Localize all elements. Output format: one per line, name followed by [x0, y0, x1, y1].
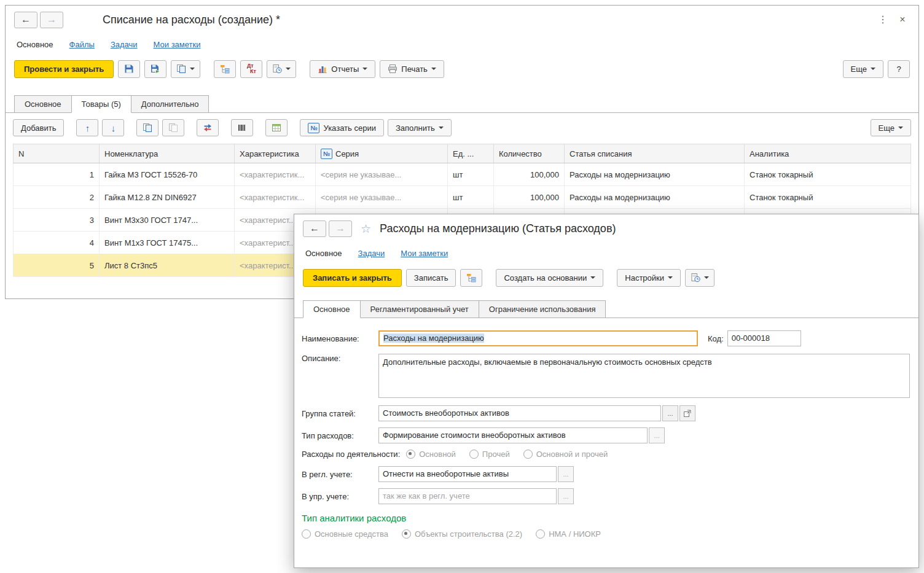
cell-nomenclature[interactable]: Винт М1х3 ГОСТ 17475...	[100, 232, 235, 254]
cell-series[interactable]: <серия не указывае...	[316, 186, 448, 209]
copy-create-button[interactable]	[171, 60, 200, 78]
cell-nomenclature[interactable]: Винт М3х30 ГОСТ 1747...	[100, 209, 235, 232]
reg-accounting-select-button[interactable]: ...	[558, 466, 574, 482]
print-button[interactable]: Печать	[380, 60, 444, 78]
nav-tasks[interactable]: Задачи	[111, 40, 138, 49]
tab-usage-restriction[interactable]: Ограничение использования	[479, 300, 606, 318]
cell-unit[interactable]: шт	[448, 163, 494, 186]
nav-notes[interactable]: Мои заметки	[401, 249, 448, 258]
cell-n[interactable]: 1	[14, 163, 100, 186]
cell-nomenclature[interactable]: Гайка М3 ГОСТ 15526-70	[100, 163, 235, 186]
barcode-button[interactable]	[231, 119, 253, 136]
cell-n[interactable]: 3	[14, 209, 100, 232]
set-series-button[interactable]: №Указать серии	[300, 119, 383, 136]
radio-activity-both[interactable]: Основной и прочей	[523, 450, 608, 459]
favorite-star-icon[interactable]: ☆	[361, 222, 371, 236]
mgmt-accounting-select-button[interactable]: ...	[558, 488, 574, 504]
save-button[interactable]	[118, 60, 140, 78]
copy-row-button[interactable]	[136, 119, 159, 136]
nav-tasks[interactable]: Задачи	[358, 249, 385, 258]
post-button[interactable]	[144, 60, 166, 78]
cell-nomenclature[interactable]: Гайка М12.8 ZN DIN6927	[100, 186, 235, 209]
nav-notes[interactable]: Мои заметки	[154, 40, 201, 49]
settings-button[interactable]: Настройки	[617, 269, 681, 287]
window-menu-button[interactable]: ⋮	[875, 12, 890, 27]
activity-label: Расходы по деятельности:	[302, 450, 400, 459]
move-up-button[interactable]: ↑	[76, 119, 98, 136]
change-history-button[interactable]	[267, 60, 296, 78]
save-and-close-button[interactable]: Записать и закрыть	[303, 269, 402, 287]
post-and-close-button[interactable]: Провести и закрыть	[14, 60, 114, 78]
cell-analytics[interactable]: Станок токарный	[745, 186, 911, 209]
fill-table-button[interactable]	[265, 119, 288, 136]
add-row-button[interactable]: Добавить	[13, 119, 64, 136]
tab-regulated-accounting[interactable]: Регламентированный учет	[360, 300, 479, 318]
cell-characteristic[interactable]: <характеристик...	[235, 163, 316, 186]
radio-fixed-assets[interactable]: Основные средства	[302, 529, 388, 539]
create-based-on-button[interactable]: Создать на основании	[496, 269, 603, 287]
cell-nomenclature[interactable]: Лист 8 Ст3пс5	[100, 254, 235, 277]
save-button[interactable]: Записать	[406, 269, 456, 287]
radio-construction-objects[interactable]: Объекты строительства (2.2)	[402, 529, 522, 539]
cell-expense-item[interactable]: Расходы на модернизацию	[565, 163, 745, 186]
cell-analytics[interactable]: Станок токарный	[745, 163, 911, 186]
radio-activity-main[interactable]: Основной	[406, 450, 456, 459]
nav-files[interactable]: Файлы	[69, 40, 95, 49]
tab-main[interactable]: Основное	[303, 300, 361, 318]
mgmt-accounting-input[interactable]: так же как в регл. учете	[378, 488, 557, 504]
radio-nma-niokr[interactable]: НМА / НИОКР	[536, 529, 601, 539]
expense-type-input[interactable]: Формирование стоимости внеоборотных акти…	[378, 427, 648, 443]
table-row[interactable]: 2 Гайка М12.8 ZN DIN6927 <характеристик.…	[14, 186, 911, 209]
debit-credit-button[interactable]: ДтКт	[240, 60, 262, 78]
tab-extra[interactable]: Дополнительно	[131, 95, 209, 113]
cell-n[interactable]: 4	[14, 232, 100, 254]
code-input[interactable]: 00-000018	[727, 330, 801, 346]
nav-main[interactable]: Основное	[17, 40, 53, 49]
subordination-structure-button[interactable]	[460, 269, 482, 287]
cell-expense-item[interactable]: Расходы на модернизацию	[565, 186, 745, 209]
grid-more-button[interactable]: Еще	[871, 119, 911, 136]
reports-button[interactable]: Отчеты	[310, 60, 375, 78]
group-input[interactable]: Стоимость внеоборотных активов	[378, 405, 661, 421]
back-button[interactable]: ←	[303, 220, 326, 237]
cell-n[interactable]: 2	[14, 186, 100, 209]
window-controls: ⋮ ×	[875, 12, 910, 27]
more-button[interactable]: Еще	[843, 60, 883, 78]
description-input[interactable]: Дополнительные расходы, включаемые в пер…	[378, 354, 910, 398]
cell-qty[interactable]: 100,000	[494, 186, 565, 209]
name-input[interactable]: Расходы на модернизацию	[378, 330, 698, 346]
tab-main[interactable]: Основное	[14, 95, 72, 113]
help-button[interactable]: ?	[888, 60, 910, 78]
col-characteristic[interactable]: Характеристика	[235, 144, 316, 163]
table-row[interactable]: 1 Гайка М3 ГОСТ 15526-70 <характеристик.…	[14, 163, 911, 186]
group-select-button[interactable]: ...	[662, 405, 678, 421]
col-unit[interactable]: Ед. ...	[448, 144, 494, 163]
group-open-button[interactable]	[679, 405, 695, 421]
forward-button[interactable]: →	[329, 220, 352, 237]
tab-goods[interactable]: Товары (5)	[71, 95, 131, 113]
cell-n[interactable]: 5	[14, 254, 100, 277]
nav-main[interactable]: Основное	[305, 249, 342, 258]
cell-unit[interactable]: шт	[448, 186, 494, 209]
forward-button[interactable]: →	[40, 12, 63, 28]
selection-button[interactable]	[197, 119, 219, 136]
window-close-button[interactable]: ×	[895, 12, 910, 27]
col-nomenclature[interactable]: Номенклатура	[100, 144, 235, 163]
cell-characteristic[interactable]: <характеристик...	[235, 186, 316, 209]
cell-qty[interactable]: 100,000	[494, 163, 565, 186]
paste-row-button[interactable]	[162, 119, 184, 136]
subordination-structure-button[interactable]	[214, 60, 236, 78]
radio-activity-other[interactable]: Прочей	[469, 450, 510, 459]
fill-button[interactable]: Заполнить	[388, 119, 452, 136]
back-button[interactable]: ←	[14, 12, 37, 28]
col-qty[interactable]: Количество	[494, 144, 565, 163]
col-n[interactable]: N	[14, 144, 100, 163]
expense-type-select-button[interactable]: ...	[649, 427, 665, 443]
col-expense-item[interactable]: Статья списания	[565, 144, 745, 163]
col-analytics[interactable]: Аналитика	[745, 144, 911, 163]
reg-accounting-input[interactable]: Отнести на внеоборотные активы	[378, 466, 557, 482]
col-series[interactable]: №Серия	[316, 144, 448, 163]
change-history-button[interactable]	[685, 269, 715, 287]
cell-series[interactable]: <серия не указывае...	[316, 163, 448, 186]
move-down-button[interactable]: ↓	[102, 119, 124, 136]
